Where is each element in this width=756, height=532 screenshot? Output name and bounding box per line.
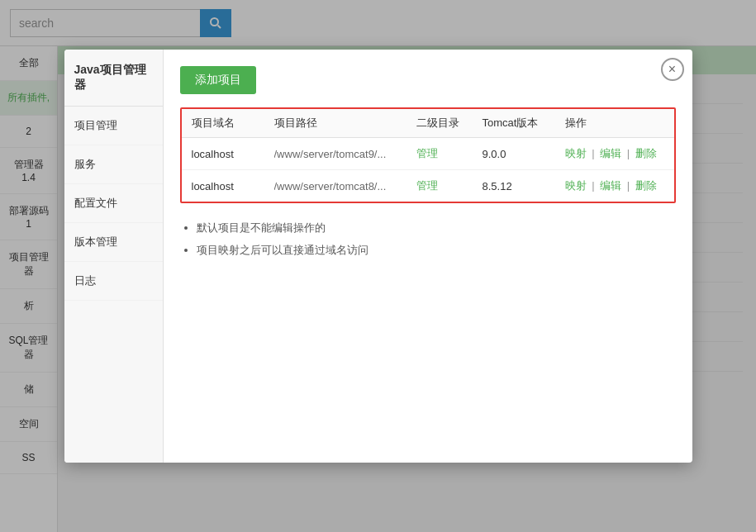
- col-subdir: 二级目录: [416, 116, 483, 131]
- close-icon: ×: [668, 62, 676, 77]
- note-2: 项目映射之后可以直接通过域名访问: [197, 242, 676, 259]
- modal-close-button[interactable]: ×: [661, 58, 684, 81]
- modal-nav-config[interactable]: 配置文件: [64, 184, 163, 223]
- row2-edit-link[interactable]: 编辑: [600, 179, 621, 192]
- row1-subdir[interactable]: 管理: [416, 146, 483, 161]
- table-row: localhost /www/server/tomcat8/... 管理 8.5…: [182, 170, 674, 202]
- modal-title: Java项目管理器: [64, 50, 163, 107]
- row2-version: 8.5.12: [483, 180, 565, 192]
- row2-map-link[interactable]: 映射: [565, 179, 587, 192]
- row2-path[interactable]: /www/server/tomcat8/...: [274, 180, 416, 192]
- table-row: localhost /www/server/tomcat9/... 管理 9.0…: [182, 138, 674, 170]
- row1-delete-link[interactable]: 删除: [635, 147, 657, 159]
- project-table: 项目域名 项目路径 二级目录 Tomcat版本 操作 localhost /ww…: [180, 107, 676, 203]
- row1-path[interactable]: /www/server/tomcat9/...: [274, 148, 416, 160]
- modal-nav-version[interactable]: 版本管理: [64, 223, 163, 262]
- sep1: |: [592, 147, 594, 159]
- sep2: |: [627, 147, 630, 159]
- row1-edit-link[interactable]: 编辑: [600, 147, 621, 159]
- notes-section: 默认项目是不能编辑操作的 项目映射之后可以直接通过域名访问: [180, 220, 676, 259]
- table-header: 项目域名 项目路径 二级目录 Tomcat版本 操作: [182, 109, 674, 138]
- row2-actions: 映射 | 编辑 | 删除: [565, 178, 664, 193]
- row1-version: 9.0.0: [483, 148, 565, 160]
- sep3: |: [592, 179, 594, 192]
- modal-nav-project[interactable]: 项目管理: [64, 107, 163, 145]
- add-project-button[interactable]: 添加项目: [180, 66, 256, 94]
- note-1: 默认项目是不能编辑操作的: [197, 220, 676, 237]
- col-domain: 项目域名: [192, 116, 274, 131]
- modal-body: 添加项目 项目域名 项目路径 二级目录 Tomcat版本 操作 localhos…: [164, 50, 692, 463]
- row2-domain: localhost: [192, 180, 274, 192]
- col-path: 项目路径: [274, 116, 416, 131]
- modal-overlay: × Java项目管理器 项目管理 服务 配置文件 版本管理 日志 添加项目 项目…: [0, 0, 756, 532]
- row2-subdir[interactable]: 管理: [416, 178, 483, 193]
- modal-dialog: × Java项目管理器 项目管理 服务 配置文件 版本管理 日志 添加项目 项目…: [64, 50, 692, 463]
- col-actions: 操作: [565, 116, 664, 131]
- sep4: |: [627, 179, 630, 192]
- modal-nav-log[interactable]: 日志: [64, 262, 163, 301]
- row2-delete-link[interactable]: 删除: [635, 179, 657, 192]
- row1-map-link[interactable]: 映射: [565, 147, 587, 159]
- row1-actions: 映射 | 编辑 | 删除: [565, 146, 664, 161]
- row1-domain: localhost: [192, 148, 274, 160]
- modal-nav-service[interactable]: 服务: [64, 145, 163, 184]
- col-version: Tomcat版本: [483, 116, 565, 131]
- modal-sidebar: Java项目管理器 项目管理 服务 配置文件 版本管理 日志: [64, 50, 164, 463]
